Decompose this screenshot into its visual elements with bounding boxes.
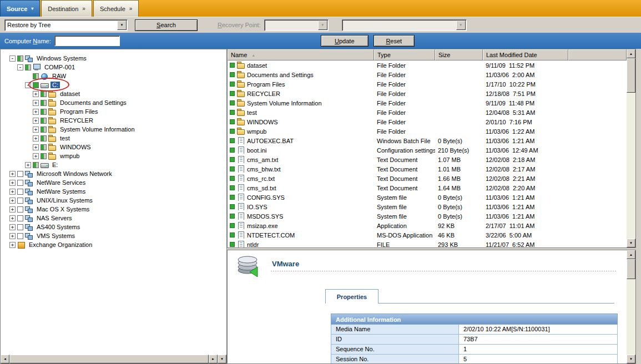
tree-item-label[interactable]: RAW [51,73,68,79]
tree-checkbox[interactable] [17,171,23,177]
row-checkbox[interactable] [230,214,235,219]
tree-item-windows-systems[interactable]: -Windows Systems [1,54,226,63]
tab-schedule[interactable]: Schedule » [93,0,139,17]
tree-item-label[interactable]: test [58,135,72,141]
file-row-windows[interactable]: WINDOWSFile Folder2/01/10 7:16 PM [228,117,627,127]
tree-item-label[interactable]: Documents and Settings [58,99,128,106]
tree-item-label[interactable]: COMP-001 [43,64,77,70]
row-checkbox[interactable] [230,63,235,68]
tree-item-exchange-organization[interactable]: +Exchange Organization [1,240,226,249]
tree-checkbox[interactable] [17,189,23,195]
row-checkbox[interactable] [230,166,235,171]
row-checkbox[interactable] [230,138,235,143]
file-row-ntdetect-com[interactable]: NTDETECT.COMMS-DOS Application46 KB3/22/… [228,230,627,240]
expand-toggle[interactable]: + [9,224,16,230]
tree-item-label[interactable]: UNIX/Linux Systems [35,197,94,204]
chevron-down-icon[interactable]: ▾ [31,6,33,11]
tree-checkbox[interactable] [41,153,47,159]
hscroll-thumb[interactable] [9,355,209,363]
column-header-type[interactable]: Type [374,49,435,60]
expand-toggle[interactable]: + [33,144,39,150]
row-checkbox[interactable] [230,204,235,209]
file-row-dataset[interactable]: datasetFile Folder9/11/09 11:52 PM [228,60,627,70]
expand-toggle[interactable]: + [9,233,16,239]
scroll-track[interactable] [627,93,635,239]
tree-checkbox[interactable] [33,82,39,88]
tree-item-label[interactable]: C: [51,82,60,88]
tree-item-unix-linux-systems[interactable]: +UNIX/Linux Systems [1,196,226,205]
tree-item-label[interactable]: Program Files [58,108,99,115]
tree-item-e[interactable]: +E: [1,160,226,169]
expand-toggle[interactable]: + [33,109,39,115]
expand-toggle[interactable]: + [33,153,39,159]
scroll-left-button[interactable]: ◄ [1,355,9,363]
vscroll-thumb[interactable] [627,58,635,93]
tree-item-program-files[interactable]: +Program Files [1,107,226,116]
tree-item-label[interactable]: WINDOWS [58,144,93,150]
tab-properties[interactable]: Properties [325,289,378,304]
tree-item-c[interactable]: -C: [1,80,226,89]
restore-type-select[interactable]: Restore by Tree ▼ [4,19,128,31]
details-vscrollbar[interactable]: ▲ ▼ [627,250,635,363]
row-checkbox[interactable] [230,110,235,115]
tree-checkbox[interactable] [17,198,23,204]
vscroll-thumb[interactable] [627,259,635,279]
collapse-toggle[interactable]: - [25,82,31,88]
row-checkbox[interactable] [230,232,235,237]
file-row-msizap-exe[interactable]: msizap.exeApplication92 KB2/17/07 11:01 … [228,221,627,230]
tree-hscrollbar[interactable]: ◄ ► ▼ [1,355,226,363]
expand-toggle[interactable]: + [33,118,39,124]
tree-checkbox[interactable] [17,215,23,221]
tree-item-netware-systems[interactable]: +NetWare Systems [1,187,226,196]
tree-item-label[interactable]: System Volume Information [58,126,137,133]
file-row-cms-bhw-txt[interactable]: cms_bhw.txtText Document1.01 MB12/02/08 … [228,164,627,174]
file-list-vscrollbar[interactable]: ▲ ▼ [627,49,635,247]
file-row-recycler[interactable]: RECYCLERFile Folder12/18/08 7:51 PM [228,89,627,98]
expand-toggle[interactable]: + [9,198,16,204]
tree-checkbox[interactable] [41,109,47,115]
expand-toggle[interactable]: + [33,135,39,141]
column-header-last-modified-date[interactable]: Last Modified Date [483,49,568,60]
expand-toggle[interactable]: + [9,180,16,186]
column-header-size[interactable]: Size [435,49,483,60]
tree-item-system-volume-information[interactable]: +System Volume Information [1,125,226,134]
row-checkbox[interactable] [230,82,235,87]
tree-checkbox[interactable] [33,73,39,79]
tree-checkbox[interactable] [41,91,47,97]
file-row-cms-rc-txt[interactable]: cms_rc.txtText Document1.66 MB12/02/08 2… [228,174,627,183]
file-row-ntldr[interactable]: ntldrFILE293 KB11/21/07 6:52 AM [228,240,627,247]
expand-toggle[interactable]: + [9,189,16,195]
tree-checkbox[interactable] [17,224,23,230]
tree-item-label[interactable]: Microsoft Windows Network [35,170,114,177]
tree-item-vms-systems[interactable]: +VMS Systems [1,231,226,240]
reset-button[interactable]: Reset [374,35,415,47]
tree-item-label[interactable]: E: [51,161,59,168]
tree-item-label[interactable]: Mac OS X Systems [35,206,91,213]
row-checkbox[interactable] [230,148,235,153]
tree-item-label[interactable]: VMS Systems [35,232,77,239]
scroll-up-button[interactable]: ▲ [627,49,635,58]
row-checkbox[interactable] [230,119,235,124]
expand-toggle[interactable]: + [33,127,39,133]
expand-toggle[interactable]: + [9,206,16,213]
tree-item-label[interactable]: RECYCLER [58,117,95,124]
tree-item-as400-systems[interactable]: +AS400 Systems [1,223,226,231]
file-row-cms-sd-txt[interactable]: cms_sd.txtText Document1.64 MB12/02/08 2… [228,183,627,193]
tree-item-mac-os-x-systems[interactable]: +Mac OS X Systems [1,205,226,214]
update-button[interactable]: Update [321,35,369,47]
dropdown-arrow-icon[interactable]: ▼ [117,21,127,30]
expand-toggle[interactable]: + [9,215,16,221]
scroll-up-button[interactable]: ▲ [627,250,635,259]
expand-toggle[interactable]: + [33,100,39,106]
tree-item-label[interactable]: AS400 Systems [35,224,82,230]
row-checkbox[interactable] [230,176,235,181]
expand-toggle[interactable]: + [33,91,39,97]
tree-item-microsoft-windows-network[interactable]: +Microsoft Windows Network [1,169,226,178]
file-row-msdos-sys[interactable]: MSDOS.SYSSystem file0 Byte(s)11/03/06 1:… [228,211,627,221]
tree-checkbox[interactable] [17,55,23,62]
tree-item-nas-servers[interactable]: +NAS Servers [1,214,226,223]
tree-item-label[interactable]: NAS Servers [35,215,74,221]
tree-item-label[interactable]: Windows Systems [35,55,88,62]
computer-name-input[interactable] [54,36,120,46]
file-row-test[interactable]: testFile Folder12/04/08 5:31 AM [228,108,627,117]
